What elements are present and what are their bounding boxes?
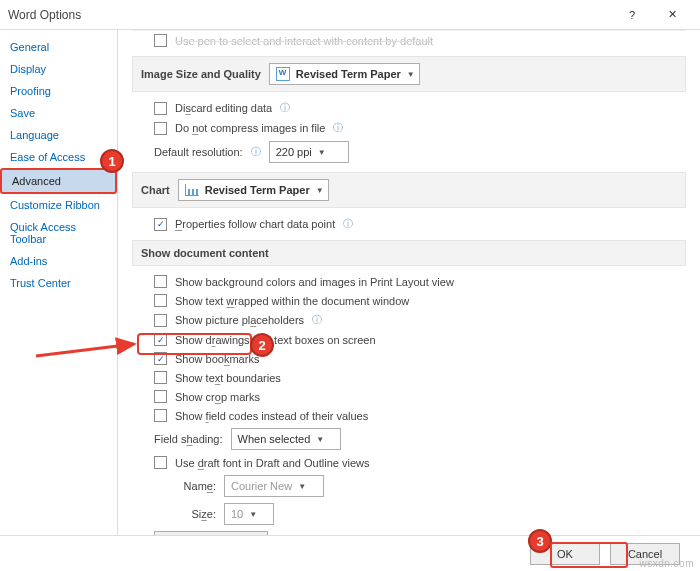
callout-3: 3 — [528, 529, 552, 553]
field-shading-dropdown[interactable]: When selected ▼ — [231, 428, 341, 450]
section-title: Image Size and Quality — [141, 68, 261, 80]
section-title: Show document content — [141, 247, 269, 259]
row-show-bounds: Show text boundaries — [132, 368, 686, 387]
checkbox-fieldcodes[interactable] — [154, 409, 167, 422]
sidebar-item-display[interactable]: Display — [0, 58, 117, 80]
label-prop-follow: Properties follow chart data point — [175, 218, 335, 230]
sidebar-item-customize-ribbon[interactable]: Customize Ribbon — [0, 194, 117, 216]
checkbox-bg[interactable] — [154, 275, 167, 288]
info-icon[interactable]: ⓘ — [312, 313, 322, 327]
label-pic: Show picture placeholders — [175, 314, 304, 326]
checkbox-nocompress[interactable] — [154, 122, 167, 135]
main-area: General Display Proofing Save Language E… — [0, 30, 700, 535]
titlebar: Word Options ? ✕ — [0, 0, 700, 30]
truncated-row: Use pen to select and interact with cont… — [132, 30, 686, 50]
checkbox-bookmarks[interactable] — [154, 352, 167, 365]
checkbox-draft[interactable] — [154, 456, 167, 469]
dropdown-value: When selected — [238, 433, 311, 445]
label-shading: Field shading: — [154, 433, 223, 445]
section-show-document-content: Show document content — [132, 240, 686, 266]
row-font-sub: Font Substitution... — [132, 528, 686, 535]
chart-icon — [185, 184, 199, 196]
row-field-shading: Field shading: When selected ▼ — [132, 425, 686, 453]
row-show-pic: Show picture placeholders ⓘ — [132, 310, 686, 330]
truncated-label: Use pen to select and interact with cont… — [175, 35, 433, 47]
section-chart: Chart Revised Term Paper ▼ — [132, 172, 686, 208]
checkbox-pic[interactable] — [154, 314, 167, 327]
label-bounds: Show text boundaries — [175, 372, 281, 384]
checkbox-discard[interactable] — [154, 102, 167, 115]
row-properties-follow: Properties follow chart data point ⓘ — [132, 214, 686, 234]
sidebar-item-save[interactable]: Save — [0, 102, 117, 124]
chevron-down-icon: ▼ — [407, 70, 415, 79]
label-nocompress: Do not compress images in file — [175, 122, 325, 134]
sidebar-item-proofing[interactable]: Proofing — [0, 80, 117, 102]
content-pane: Use pen to select and interact with cont… — [118, 30, 700, 535]
close-button[interactable]: ✕ — [652, 1, 692, 29]
footer: OK Cancel — [0, 535, 700, 571]
dropdown-value: Revised Term Paper — [296, 68, 401, 80]
info-icon[interactable]: ⓘ — [251, 145, 261, 159]
section-image-size-quality: Image Size and Quality Revised Term Pape… — [132, 56, 686, 92]
row-default-resolution: Default resolution: ⓘ 220 ppi ▼ — [132, 138, 686, 166]
chevron-down-icon: ▼ — [316, 186, 324, 195]
row-show-wrap: Show text wrapped within the document wi… — [132, 291, 686, 310]
chevron-down-icon: ▼ — [316, 435, 324, 444]
watermark: wsxdn.com — [639, 558, 694, 569]
label-bg: Show background colors and images in Pri… — [175, 276, 454, 288]
row-draft-font: Use draft font in Draft and Outline view… — [132, 453, 686, 472]
label-bookmarks: Show bookmarks — [175, 353, 259, 365]
font-size-dropdown[interactable]: 10 ▼ — [224, 503, 274, 525]
row-show-bookmarks: Show bookmarks — [132, 349, 686, 368]
label-draw: Show drawings and text boxes on screen — [175, 334, 376, 346]
row-show-bg: Show background colors and images in Pri… — [132, 272, 686, 291]
row-discard-editing: Discard editing data ⓘ — [132, 98, 686, 118]
label-fieldcodes: Show field codes instead of their values — [175, 410, 368, 422]
row-no-compress: Do not compress images in file ⓘ — [132, 118, 686, 138]
row-font-name: Name: Courier New ▼ — [132, 472, 686, 500]
checkbox-pen[interactable] — [154, 34, 167, 47]
dropdown-value: 220 ppi — [276, 146, 312, 158]
label-draft: Use draft font in Draft and Outline view… — [175, 457, 369, 469]
checkbox-crop[interactable] — [154, 390, 167, 403]
sidebar-item-quick-access-toolbar[interactable]: Quick Access Toolbar — [0, 216, 117, 250]
default-resolution-dropdown[interactable]: 220 ppi ▼ — [269, 141, 349, 163]
checkbox-prop-follow[interactable] — [154, 218, 167, 231]
word-doc-icon — [276, 67, 290, 81]
chevron-down-icon: ▼ — [298, 482, 306, 491]
label-wrap: Show text wrapped within the document wi… — [175, 295, 409, 307]
dropdown-value: Revised Term Paper — [205, 184, 310, 196]
info-icon[interactable]: ⓘ — [333, 121, 343, 135]
chart-target-dropdown[interactable]: Revised Term Paper ▼ — [178, 179, 329, 201]
checkbox-draw[interactable] — [154, 333, 167, 346]
label-defres: Default resolution: — [154, 146, 243, 158]
checkbox-bounds[interactable] — [154, 371, 167, 384]
label-crop: Show crop marks — [175, 391, 260, 403]
scroll-area[interactable]: Use pen to select and interact with cont… — [118, 30, 700, 535]
image-target-dropdown[interactable]: Revised Term Paper ▼ — [269, 63, 420, 85]
section-title: Chart — [141, 184, 170, 196]
chevron-down-icon: ▼ — [318, 148, 326, 157]
sidebar-item-language[interactable]: Language — [0, 124, 117, 146]
font-name-dropdown[interactable]: Courier New ▼ — [224, 475, 324, 497]
row-show-fieldcodes: Show field codes instead of their values — [132, 406, 686, 425]
sidebar: General Display Proofing Save Language E… — [0, 30, 118, 535]
sidebar-item-trust-center[interactable]: Trust Center — [0, 272, 117, 294]
row-font-size: Size: 10 ▼ — [132, 500, 686, 528]
sidebar-item-general[interactable]: General — [0, 36, 117, 58]
dropdown-value: Courier New — [231, 480, 292, 492]
callout-2: 2 — [250, 333, 274, 357]
sidebar-item-advanced[interactable]: Advanced — [0, 168, 117, 194]
row-show-draw: Show drawings and text boxes on screen — [132, 330, 686, 349]
checkbox-wrap[interactable] — [154, 294, 167, 307]
dropdown-value: 10 — [231, 508, 243, 520]
label-name: Name: — [176, 480, 216, 492]
sidebar-item-add-ins[interactable]: Add-ins — [0, 250, 117, 272]
info-icon[interactable]: ⓘ — [280, 101, 290, 115]
row-show-crop: Show crop marks — [132, 387, 686, 406]
help-button[interactable]: ? — [612, 1, 652, 29]
chevron-down-icon: ▼ — [249, 510, 257, 519]
label-discard: Discard editing data — [175, 102, 272, 114]
info-icon[interactable]: ⓘ — [343, 217, 353, 231]
window-title: Word Options — [8, 8, 612, 22]
